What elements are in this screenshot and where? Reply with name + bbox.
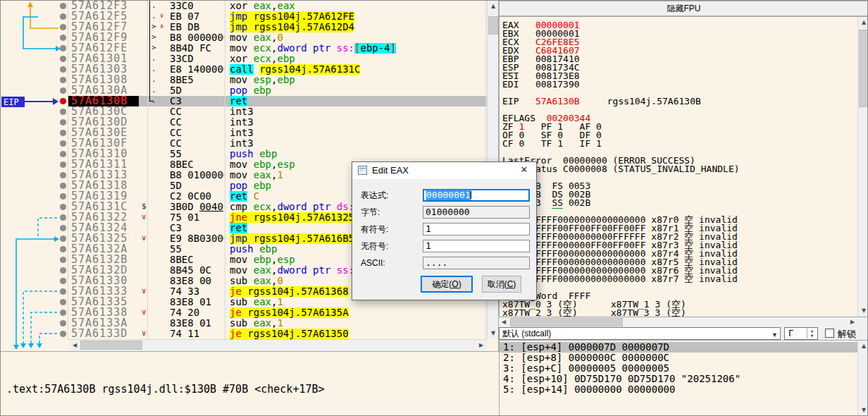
disasm-hscrollbar[interactable]: ◀ ▶	[69, 339, 487, 351]
stack-argument-row[interactable]: 2: [esp+8] 0000000C 0000000C	[500, 353, 861, 363]
column-separator	[147, 1, 148, 339]
row-indicator: ∨	[142, 307, 147, 318]
instruction-text: int3	[230, 128, 486, 138]
instruction-bytes: 55	[170, 149, 224, 159]
instruction-text: pop ebp	[230, 85, 486, 96]
register-line[interactable]: ST(7) FFFF0000000000000000 x87r7 空 inval…	[502, 275, 738, 283]
scroll-down-button[interactable]: ▼	[488, 328, 499, 339]
instruction-bytes: C3	[170, 223, 224, 233]
instruction-bytes: EB 07	[170, 11, 224, 22]
registers-panel[interactable]: EAX 00000001EBX 00000001ECX C26FE8E5EDX …	[499, 16, 868, 317]
instruction-bytes: E9 8B030000	[170, 233, 224, 244]
row-indicator: >	[151, 32, 156, 43]
function-bracket-corner	[149, 101, 154, 102]
instruction-text: je rgss104j.57A6135A	[230, 307, 486, 318]
chevron-down-icon[interactable]: ▼	[771, 329, 778, 341]
scroll-right-button[interactable]: ▶	[848, 317, 857, 327]
unsigned-label: 无符号:	[361, 240, 388, 252]
instruction-bytes: CC	[170, 138, 224, 149]
args-vscrollbar[interactable]: ▲ ▼	[857, 341, 868, 416]
hide-fpu-button[interactable]: 隐藏FPU	[499, 1, 868, 16]
row-indicator: ∧	[160, 22, 163, 32]
regs-hscroll-thumb[interactable]	[510, 318, 623, 326]
regs-vscrollbar[interactable]: ▲ ▼	[857, 17, 868, 317]
instruction-bytes: CC	[170, 128, 224, 138]
scroll-up-button[interactable]: ▲	[858, 17, 868, 28]
ascii-field: ....	[423, 257, 530, 269]
debugger-window: EIP 57A612F3.33C0xor eax,eax57A612F5.∨EB…	[0, 0, 868, 416]
address-status-line: .text:57A6130B rgss104j.dll:$130B #70B <…	[6, 383, 325, 396]
disasm-hscroll-thumb[interactable]	[80, 341, 142, 350]
instruction-bytes: 74 20	[170, 307, 224, 318]
stack-arguments-panel[interactable]: 1: [esp+4] 0000007D 0000007D2: [esp+8] 0…	[499, 340, 868, 416]
row-indicator: .	[151, 11, 156, 22]
register-line[interactable]: EDI 00817390	[502, 80, 580, 89]
instruction-address: 57A6133D	[71, 329, 128, 339]
row-indicator: .	[151, 1, 156, 11]
disasm-vscroll-thumb[interactable]	[488, 16, 498, 35]
instruction-text: ret	[230, 96, 486, 106]
instruction-bytes: 8B45 0C	[170, 265, 224, 276]
calling-convention-dropdown[interactable]: 默认 (stdcall) ▼	[499, 327, 781, 340]
row-indicator: .	[151, 64, 156, 75]
register-line[interactable]: LastStatus C0000008 (STATUS_INVALID_HAND…	[502, 165, 740, 173]
function-bracket	[149, 1, 150, 102]
regs-hscrollbar[interactable]: ◀ ▶	[499, 317, 857, 327]
register-line[interactable]: CF 0 TF 1 IF 1	[502, 140, 602, 148]
instruction-bytes: B8 00000000	[170, 32, 224, 43]
regs-vscroll-thumb[interactable]	[859, 30, 868, 107]
instruction-bytes: 75 01	[170, 212, 224, 223]
instruction-text: int3	[230, 106, 486, 117]
scroll-up-button[interactable]: ▲	[858, 341, 868, 352]
instruction-bytes: 83E8 01	[170, 318, 224, 329]
ascii-label: ASCII:	[361, 257, 385, 269]
scroll-up-button[interactable]: ▲	[488, 1, 499, 12]
register-edit-icon	[358, 166, 367, 175]
instruction-text: xor ecx,ebp	[230, 54, 486, 64]
status-info-panel: .text:57A6130B rgss104j.dll:$130B #70B <…	[1, 351, 499, 416]
stack-argument-row[interactable]: 4: [esp+10] 0D75D170 0D75D170 "20251206"	[500, 374, 861, 384]
instruction-text: xor eax,eax	[230, 1, 486, 11]
instruction-bytes: CC	[170, 117, 224, 128]
ok-button[interactable]: 确定(O)	[421, 276, 473, 293]
close-icon[interactable]: ✕	[512, 162, 536, 178]
instruction-text: mov eax,0	[230, 32, 486, 43]
row-indicator: .	[151, 75, 156, 85]
bytes-field: 01000000	[423, 206, 530, 219]
scroll-right-button[interactable]: ▶	[476, 340, 487, 351]
register-line[interactable]: EIP 57A6130B rgss104j.57A6130B	[502, 97, 701, 106]
row-indicator: ∨	[142, 212, 147, 223]
scroll-down-button[interactable]: ▼	[858, 405, 868, 416]
spinner-value: Γ	[788, 328, 793, 339]
cancel-button[interactable]: 取消(C)	[482, 276, 521, 293]
instruction-bytes: B8 01000000	[170, 170, 224, 181]
disasm-row[interactable]: 57A6133D∨74 11je rgss104j.57A61350	[1, 329, 487, 339]
row-indicator: ∨	[160, 11, 163, 22]
unlock-checkbox[interactable]	[825, 329, 834, 338]
scroll-left-button[interactable]: ◀	[69, 340, 80, 351]
bytes-label: 字节:	[361, 207, 380, 219]
row-indicator: ∨	[142, 233, 147, 244]
dialog-titlebar[interactable]: Edit EAX ✕	[352, 162, 536, 179]
instruction-bytes: E8 14000000	[170, 64, 224, 75]
instruction-bytes: 83E8 00	[170, 276, 224, 286]
unsigned-input[interactable]: 1	[423, 240, 530, 252]
stack-argument-row[interactable]: 3: [esp+C] 00000005 00000005	[500, 363, 861, 374]
row-indicator: >	[151, 43, 156, 54]
stack-argument-row[interactable]: 1: [esp+4] 0000007D 0000007D	[500, 342, 861, 353]
instruction-bytes: 8BEC	[170, 255, 224, 265]
instruction-bytes: EB DB	[170, 22, 224, 32]
expression-input[interactable]: 00000001	[423, 189, 530, 202]
register-line[interactable]: x87TW_2 3 (空) x87TW_3 3 (空)	[502, 309, 686, 317]
signed-input[interactable]: 1	[423, 223, 530, 235]
row-indicator: .	[151, 54, 156, 64]
spinner-buttons[interactable]: ▲▼	[807, 328, 817, 338]
stack-argument-row[interactable]: 5: [esp+14] 00000000 00000000	[500, 384, 861, 395]
edit-eax-dialog: Edit EAX ✕ 表达式: 00000001 字节: 01000000 有符…	[352, 161, 537, 300]
instruction-bytes: 74 11	[170, 329, 224, 339]
argument-count-spinner[interactable]: Γ ▲▼	[784, 327, 818, 340]
instruction-text: int3	[230, 117, 486, 128]
scroll-left-button[interactable]: ◀	[499, 317, 509, 327]
instruction-bytes: 5D	[170, 181, 224, 191]
scroll-down-button[interactable]: ▼	[858, 305, 868, 317]
